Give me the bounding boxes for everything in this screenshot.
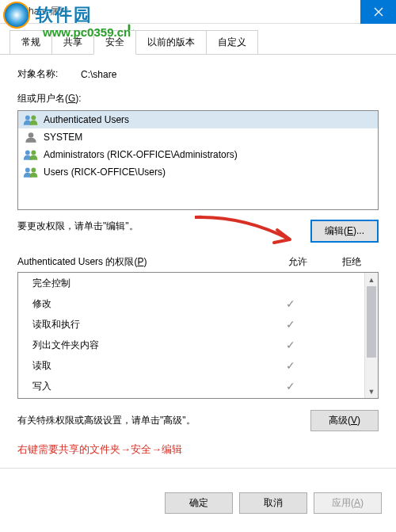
col-deny-header: 拒绝 (325, 255, 379, 269)
permission-label: 写入 (32, 380, 266, 393)
dialog-footer: 确定 取消 应用(A) (0, 481, 396, 525)
user-icon (23, 131, 39, 144)
instruction-annotation: 右键需要共享的文件夹→安全→编辑 (17, 442, 379, 457)
advanced-button[interactable]: 高级(V) (310, 410, 379, 431)
users-group-icon (23, 166, 39, 178)
allow-cell: ✓ (266, 339, 315, 351)
permissions-header: Authenticated Users 的权限(P) (17, 255, 271, 269)
col-allow-header: 允许 (271, 255, 325, 269)
titlebar: share 属性 (0, 0, 396, 24)
scroll-down-button[interactable]: ▼ (365, 385, 378, 398)
svg-point-1 (31, 116, 36, 121)
user-item[interactable]: Authenticated Users (18, 111, 378, 128)
permission-row[interactable]: 写入✓ (18, 376, 364, 396)
svg-point-5 (25, 168, 30, 173)
folder-icon (6, 6, 19, 18)
object-name-label: 对象名称: (17, 67, 81, 81)
separator (0, 468, 396, 469)
permission-label: 完全控制 (32, 277, 266, 290)
ok-button[interactable]: 确定 (165, 492, 233, 514)
object-name-value: C:\share (81, 69, 116, 80)
allow-cell: ✓ (266, 380, 315, 392)
apply-button[interactable]: 应用(A) (314, 492, 382, 514)
permission-label: 读取 (32, 359, 266, 373)
tab-content-security: 对象名称: C:\share 组或用户名(G): Authenticated U… (0, 55, 396, 481)
allow-cell: ✓ (266, 318, 315, 331)
permissions-block: Authenticated Users 的权限(P) 允许 拒绝 完全控制修改✓… (17, 255, 379, 399)
tab-3[interactable]: 以前的版本 (135, 30, 207, 54)
permission-row[interactable]: 读取和执行✓ (18, 314, 364, 335)
permission-row[interactable]: 读取✓ (18, 355, 364, 376)
cancel-button[interactable]: 取消 (239, 492, 307, 514)
user-item[interactable]: Users (RICK-OFFICE\Users) (18, 163, 378, 181)
edit-hint-text: 要更改权限，请单击"编辑"。 (17, 220, 139, 233)
object-name-row: 对象名称: C:\share (17, 67, 379, 81)
user-item[interactable]: Administrators (RICK-OFFICE\Administrato… (18, 146, 378, 163)
scroll-track[interactable] (365, 286, 378, 385)
tab-2[interactable]: 安全 (93, 30, 136, 55)
svg-point-2 (29, 132, 34, 138)
user-item-label: SYSTEM (44, 132, 82, 143)
users-group-icon (23, 148, 39, 161)
user-item[interactable]: SYSTEM (18, 128, 378, 146)
allow-cell: ✓ (266, 359, 315, 372)
scrollbar[interactable]: ▲ ▼ (364, 273, 378, 398)
tab-1[interactable]: 共享 (51, 30, 94, 54)
svg-point-3 (25, 151, 30, 155)
scroll-thumb[interactable] (367, 286, 376, 358)
edit-button[interactable]: 编辑(E)... (310, 220, 379, 243)
permission-row[interactable]: 列出文件夹内容✓ (18, 335, 364, 355)
svg-point-6 (31, 168, 36, 173)
window-title: share 属性 (24, 5, 360, 18)
user-item-label: Users (RICK-OFFICE\Users) (44, 166, 166, 178)
permission-label: 修改 (32, 297, 266, 311)
tab-4[interactable]: 自定义 (206, 30, 258, 54)
permission-label: 读取和执行 (32, 318, 266, 331)
allow-cell: ✓ (266, 297, 315, 310)
svg-point-4 (31, 151, 36, 155)
tab-strip: 常规共享安全以前的版本自定义 (0, 30, 396, 55)
close-button[interactable] (360, 0, 396, 24)
users-group-icon (23, 113, 39, 126)
users-listbox[interactable]: Authenticated UsersSYSTEMAdministrators … (17, 110, 379, 210)
scroll-up-button[interactable]: ▲ (365, 273, 378, 286)
permissions-list[interactable]: 完全控制修改✓读取和执行✓列出文件夹内容✓读取✓写入✓ ▲ ▼ (17, 272, 379, 399)
tab-0[interactable]: 常规 (10, 30, 52, 54)
svg-point-0 (25, 116, 30, 121)
permission-row[interactable]: 完全控制 (18, 273, 364, 293)
close-icon (374, 7, 383, 17)
permission-row[interactable]: 修改✓ (18, 293, 364, 314)
group-users-label: 组或用户名(G): (17, 92, 379, 105)
user-item-label: Administrators (RICK-OFFICE\Administrato… (44, 149, 238, 160)
advanced-hint-text: 有关特殊权限或高级设置，请单击"高级"。 (17, 414, 196, 427)
user-item-label: Authenticated Users (44, 114, 129, 125)
permission-label: 列出文件夹内容 (32, 339, 266, 352)
